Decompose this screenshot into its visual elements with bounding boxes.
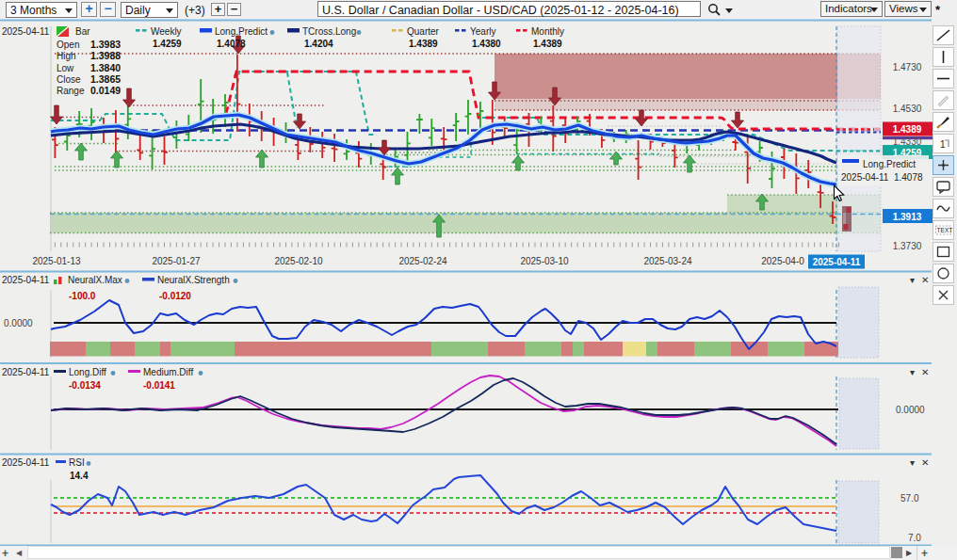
svg-text:▾: ▾ — [910, 367, 915, 377]
svg-text:▾: ▾ — [910, 457, 915, 468]
svg-text:2025-04-11: 2025-04-11 — [2, 367, 50, 377]
svg-text:Close: Close — [57, 74, 81, 85]
svg-text:2025-02-24: 2025-02-24 — [398, 256, 447, 266]
svg-text:RSI: RSI — [69, 457, 85, 468]
svg-text:2025-03-24: 2025-03-24 — [643, 256, 692, 266]
svg-text:Medium.Diff: Medium.Diff — [143, 367, 193, 377]
svg-text:1.4078: 1.4078 — [217, 39, 246, 49]
svg-text:0.0149: 0.0149 — [90, 85, 121, 96]
svg-text:2025-02-10: 2025-02-10 — [274, 256, 323, 266]
svg-text:Quarter: Quarter — [407, 26, 440, 37]
svg-text:Weekly: Weekly — [151, 26, 182, 37]
svg-text:1.4380: 1.4380 — [472, 39, 501, 49]
svg-text:-0.0134: -0.0134 — [69, 380, 101, 391]
svg-text:Yearly: Yearly — [470, 26, 495, 37]
svg-text:2025-04-11: 2025-04-11 — [813, 257, 861, 267]
svg-text:1.4330: 1.4330 — [893, 136, 922, 147]
svg-text:7.0: 7.0 — [908, 533, 921, 543]
svg-text:-100.0: -100.0 — [69, 291, 96, 301]
svg-text:1.4389: 1.4389 — [533, 39, 562, 49]
svg-text:▾: ▾ — [910, 275, 915, 285]
svg-text:2025-04-11 1.4078: 2025-04-11 1.4078 — [841, 172, 923, 183]
svg-text:NeuralX.Max: NeuralX.Max — [68, 275, 122, 285]
svg-text:NeuralX.Strength: NeuralX.Strength — [157, 275, 230, 285]
svg-text:1.3730: 1.3730 — [893, 241, 922, 251]
svg-text:Range: Range — [57, 86, 85, 96]
svg-text:Low: Low — [57, 63, 74, 73]
svg-text:1.4389: 1.4389 — [893, 124, 922, 135]
svg-text:1.3988: 1.3988 — [90, 50, 121, 61]
svg-text:2025-03-10: 2025-03-10 — [520, 256, 569, 266]
svg-text:-0.0141: -0.0141 — [143, 380, 175, 391]
svg-text:✕: ✕ — [921, 367, 929, 377]
svg-text:2025-04-11: 2025-04-11 — [2, 275, 50, 285]
svg-text:57.0: 57.0 — [900, 493, 919, 504]
svg-text:1.4730: 1.4730 — [893, 62, 922, 72]
svg-text:2025-04-11: 2025-04-11 — [2, 26, 50, 37]
svg-text:Long.Predict: Long.Predict — [863, 159, 916, 169]
svg-text:✕: ✕ — [921, 457, 929, 468]
svg-text:0.0000: 0.0000 — [4, 318, 33, 328]
svg-text:2025-01-27: 2025-01-27 — [152, 256, 201, 266]
svg-text:-0.0120: -0.0120 — [159, 291, 191, 301]
svg-text:1.3840: 1.3840 — [90, 62, 121, 73]
svg-text:1.4389: 1.4389 — [409, 39, 438, 49]
svg-text:1.3913: 1.3913 — [893, 212, 922, 222]
svg-text:2025-01-13: 2025-01-13 — [32, 256, 81, 266]
svg-text:High: High — [57, 51, 76, 61]
svg-text:2025-04-0: 2025-04-0 — [761, 256, 804, 266]
svg-text:✕: ✕ — [921, 275, 929, 285]
svg-text:Bar: Bar — [75, 26, 90, 37]
svg-text:TCross.Long: TCross.Long — [302, 26, 356, 37]
svg-text:1.4259: 1.4259 — [153, 39, 182, 49]
svg-text:Long.Predict: Long.Predict — [215, 26, 268, 37]
svg-text:Open: Open — [57, 40, 79, 50]
svg-text:2025-04-11: 2025-04-11 — [2, 457, 50, 468]
svg-text:TEXT: TEXT — [937, 227, 953, 233]
svg-text:Monthly: Monthly — [531, 26, 564, 37]
svg-text:0.0000: 0.0000 — [896, 405, 925, 415]
svg-text:1.3983: 1.3983 — [90, 39, 121, 50]
svg-text:1: 1 — [940, 139, 946, 150]
svg-text:1.4530: 1.4530 — [893, 104, 922, 114]
svg-text:1.4204: 1.4204 — [304, 39, 333, 49]
svg-text:1.3865: 1.3865 — [90, 73, 121, 85]
svg-text:Long.Diff: Long.Diff — [69, 367, 106, 377]
svg-text:14.4: 14.4 — [70, 471, 89, 481]
